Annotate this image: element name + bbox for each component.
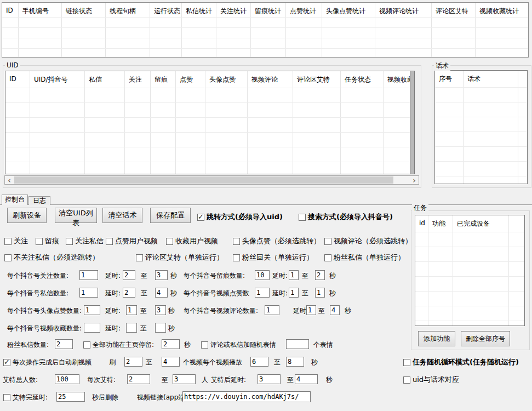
video-comment-delay-to-input[interactable]: [330, 305, 340, 315]
follow-count-input[interactable]: [79, 270, 98, 280]
dm-delay-from-input[interactable]: [123, 288, 135, 298]
script-table[interactable]: 序号话术: [434, 70, 528, 184]
feature-checkbox[interactable]: 关注私信: [66, 236, 104, 246]
trace-delay-from-input[interactable]: [289, 270, 299, 280]
uid-table-column-header[interactable]: 视频评论: [248, 71, 293, 174]
video-link-input[interactable]: [182, 391, 311, 402]
at-done-delay-input[interactable]: [56, 392, 85, 402]
script-table-column-header[interactable]: 序号: [435, 71, 464, 184]
trace-delay-to-input[interactable]: [315, 270, 325, 280]
device-table-column-header[interactable]: 手机编号: [19, 3, 62, 57]
task-table-column-header[interactable]: 已完成设备: [453, 215, 509, 326]
swipe-from-input[interactable]: [124, 357, 142, 367]
clear-uid-list-button[interactable]: 清空UID列表: [55, 208, 97, 223]
feature-checkbox[interactable]: 评论区艾特（单独运行）: [136, 253, 224, 262]
video-comment-count-input[interactable]: [265, 305, 279, 315]
clear-script-button[interactable]: 清空话术: [102, 208, 142, 223]
play-to-input[interactable]: [286, 357, 304, 367]
device-table-column-header[interactable]: 评论区艾特: [432, 3, 476, 57]
dm-count-input[interactable]: [79, 288, 98, 298]
uid-table-column-header[interactable]: 留痕: [151, 71, 176, 174]
device-table-column-header[interactable]: 运行状态: [150, 3, 182, 57]
dm-delay-to-input[interactable]: [155, 288, 168, 298]
random-loop-mode-checkbox[interactable]: 任务随机循环模式(任务随机运行): [403, 357, 519, 367]
uid-table-column-header[interactable]: 私信: [85, 71, 125, 174]
at-each-from-input[interactable]: [127, 374, 150, 384]
tab-console[interactable]: 控制台: [2, 195, 28, 205]
uid-table-column-header[interactable]: UID/抖音号: [30, 71, 85, 174]
uid-table-column-header[interactable]: 头像点赞: [205, 71, 248, 174]
swipe-to-input[interactable]: [162, 357, 180, 367]
feature-checkbox[interactable]: 粉丝回关（单独运行）: [233, 253, 313, 262]
jump-mode-checkbox[interactable]: 跳转方式(必须导入uid): [197, 212, 283, 222]
checkbox-label: 收藏用户视频: [175, 236, 218, 246]
feature-checkbox[interactable]: 留痕: [36, 236, 59, 246]
task-table-column-header[interactable]: 功能: [428, 215, 453, 326]
avatar-like-delay-to-input[interactable]: [155, 305, 166, 315]
device-table-column-header[interactable]: ID: [2, 3, 19, 57]
search-mode-checkbox[interactable]: 搜索方式(必须导入抖音号): [299, 212, 393, 222]
feature-checkbox[interactable]: 收藏用户视频: [166, 236, 218, 246]
feature-checkbox[interactable]: 点赞用户视频: [106, 236, 158, 246]
uid-table[interactable]: IDUID/抖音号私信关注留痕点赞头像点赞视频评论评论区艾特任务状态视频收藏: [5, 71, 415, 174]
task-table-column-header[interactable]: id: [415, 215, 428, 326]
device-table-column-header[interactable]: 视频评论统计: [375, 3, 432, 57]
device-table-column-header[interactable]: 私信统计: [182, 3, 216, 57]
emoji-count-input[interactable]: [286, 339, 309, 349]
avatar-like-count-input[interactable]: [84, 305, 100, 315]
video-fav-delay-to-input[interactable]: [155, 323, 166, 333]
video-like-delay-from-input[interactable]: [289, 288, 299, 298]
uid-script-map-checkbox[interactable]: uid与话术对应: [403, 375, 459, 385]
device-table-column-header[interactable]: 点赞统计: [286, 3, 322, 57]
uid-table-column-header[interactable]: ID: [5, 71, 30, 174]
uid-table-column-header[interactable]: 评论区艾特: [293, 71, 341, 174]
at-each-to-input[interactable]: [173, 374, 196, 384]
follow-delay-from-input[interactable]: [123, 270, 135, 280]
at-delay-from-input[interactable]: [258, 374, 281, 384]
device-table-column-header[interactable]: 留痕统计: [251, 3, 286, 57]
follow-delay-to-input[interactable]: [155, 270, 168, 280]
scroll-left-icon[interactable]: ‹: [5, 176, 14, 184]
device-table-column-header[interactable]: 头像点赞统计: [322, 3, 375, 57]
device-table-column-header[interactable]: 关注统计: [216, 3, 251, 57]
video-fav-count-input[interactable]: [84, 323, 100, 333]
random-emoji-checkbox[interactable]: 评论或私信加随机表情: [201, 340, 276, 350]
save-config-button[interactable]: 保存配置: [150, 208, 191, 223]
add-function-button[interactable]: 添加功能: [418, 331, 455, 346]
refresh-devices-button[interactable]: 刷新设备: [7, 208, 47, 223]
uid-table-column-header[interactable]: 任务状态: [341, 71, 384, 174]
delete-all-serial-button[interactable]: 删除全部序号: [461, 331, 510, 346]
feature-checkbox[interactable]: 关注: [4, 236, 28, 246]
uid-hscrollbar-thumb[interactable]: [14, 176, 393, 184]
device-table-column-header[interactable]: 链接状态: [62, 3, 106, 57]
homepage-stay-input[interactable]: [162, 339, 180, 349]
feature-checkbox[interactable]: 视频评论（必须选跳转）: [324, 236, 412, 246]
feature-checkbox[interactable]: 粉丝私信（单独运行）: [324, 253, 405, 262]
play-from-input[interactable]: [250, 357, 268, 367]
uid-vertical-scrollbar[interactable]: [410, 71, 414, 174]
script-table-column-header[interactable]: 话术: [464, 71, 518, 184]
video-like-delay-to-input[interactable]: [315, 288, 325, 298]
fans-dm-count-input[interactable]: [55, 339, 73, 349]
video-comment-delay-from-input[interactable]: [306, 305, 316, 315]
device-table-column-header[interactable]: 线程句柄: [106, 3, 150, 57]
avatar-like-delay-from-input[interactable]: [126, 305, 137, 315]
at-delay-to-input[interactable]: [295, 374, 318, 384]
at-done-delay-checkbox[interactable]: 艾特完延时:: [3, 393, 48, 402]
device-table[interactable]: ID手机编号链接状态线程句柄运行状态私信统计关注统计留痕统计点赞统计头像点赞统计…: [2, 2, 529, 58]
video-fav-delay-from-input[interactable]: [126, 323, 137, 333]
scroll-right-icon[interactable]: ›: [410, 176, 419, 184]
at-total-input[interactable]: [55, 374, 79, 384]
uid-table-column-header[interactable]: 点赞: [176, 71, 205, 174]
task-table[interactable]: id功能已完成设备: [415, 215, 525, 326]
homepage-stay-checkbox[interactable]: 全部功能在主页停留:: [83, 340, 154, 350]
auto-swipe-checkbox[interactable]: 每次操作完成后自动刷视频: [3, 358, 91, 367]
uid-horizontal-scrollbar[interactable]: ‹ ›: [4, 175, 419, 185]
feature-checkbox[interactable]: 头像点赞（必须选跳转）: [233, 236, 321, 246]
device-table-column-header[interactable]: 视频收藏统计: [476, 3, 528, 57]
uid-table-column-header[interactable]: 关注: [125, 71, 151, 174]
video-like-count-input[interactable]: [255, 288, 270, 298]
tab-log[interactable]: 日志: [28, 196, 50, 205]
feature-checkbox[interactable]: 不关注私信（必须选跳转）: [4, 253, 99, 262]
trace-count-input[interactable]: [255, 270, 270, 280]
